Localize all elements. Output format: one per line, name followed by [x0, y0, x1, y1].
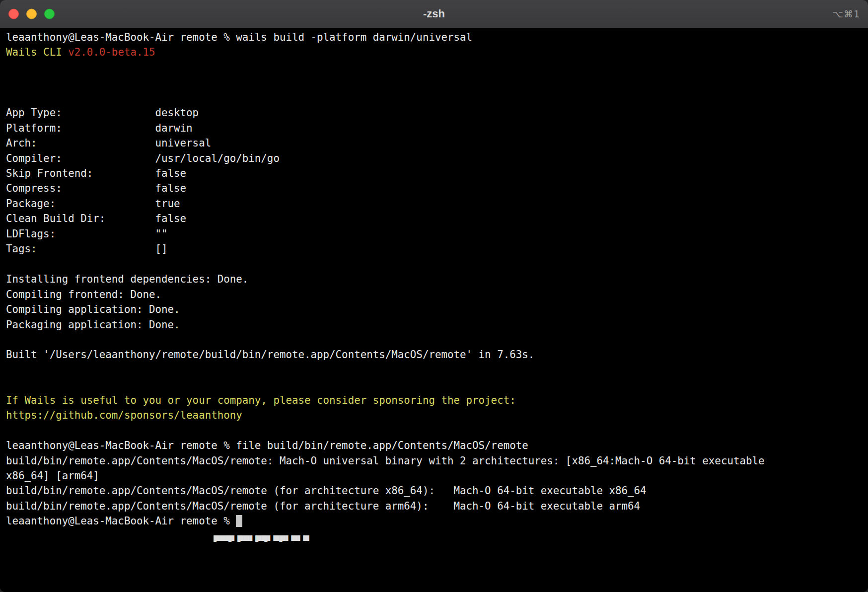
terminal-text-segment: If Wails is useful to you or your compan… — [6, 394, 516, 406]
terminal-line — [6, 377, 868, 392]
terminal-text-segment: leaanthony@Leas-MacBook-Air remote % wai… — [6, 31, 472, 43]
clipped-text-artifact: ▛▀▜▘▛▀▘▛▜▘▀▛▘▀▘▀ — [214, 535, 328, 542]
terminal-line — [6, 423, 868, 438]
terminal-text-segment: Skip Frontend: false — [6, 167, 186, 179]
terminal-text-segment: build/bin/remote.app/Contents/MacOS/remo… — [6, 485, 647, 497]
terminal-text-segment: Wails CLI — [6, 46, 68, 58]
terminal-text-segment: Package: true — [6, 198, 180, 210]
terminal-line: leaanthony@Leas-MacBook-Air remote % — [6, 514, 868, 528]
terminal-line — [6, 90, 868, 105]
terminal-line: App Type: desktop — [6, 105, 868, 120]
terminal-text-segment: Built '/Users/leaanthony/remote/build/bi… — [6, 349, 534, 361]
terminal-line — [6, 332, 868, 347]
terminal-cursor — [236, 515, 242, 527]
traffic-lights — [8, 9, 55, 19]
close-button[interactable] — [8, 9, 19, 19]
terminal-line: Arch: universal — [6, 136, 868, 150]
terminal-line: Wails CLI v2.0.0-beta.15 — [6, 45, 868, 60]
terminal-line: Installing frontend dependencies: Done. — [6, 272, 868, 287]
terminal-text-segment: v2.0.0-beta.15 — [68, 46, 155, 58]
terminal-line: LDFlags: "" — [6, 226, 868, 241]
minimize-button[interactable] — [26, 9, 37, 19]
terminal-text-segment: Clean Build Dir: false — [6, 213, 186, 224]
terminal-text-segment: x86_64] [arm64] — [6, 470, 99, 482]
terminal-line: Platform: darwin — [6, 121, 868, 136]
terminal-line — [6, 60, 868, 75]
terminal-line: leaanthony@Leas-MacBook-Air remote % fil… — [6, 438, 868, 453]
terminal-line: Compiler: /usr/local/go/bin/go — [6, 151, 868, 166]
terminal-line — [6, 257, 868, 272]
terminal-line: x86_64] [arm64] — [6, 468, 868, 483]
terminal-window: -zsh ⌥⌘1 leaanthony@Leas-MacBook-Air rem… — [0, 0, 868, 592]
terminal-line: Skip Frontend: false — [6, 166, 868, 181]
window-title: -zsh — [0, 7, 868, 20]
titlebar[interactable]: -zsh ⌥⌘1 — [0, 0, 868, 28]
terminal-line: build/bin/remote.app/Contents/MacOS/remo… — [6, 499, 868, 514]
terminal-output[interactable]: leaanthony@Leas-MacBook-Air remote % wai… — [0, 28, 868, 592]
terminal-text-segment: Packaging application: Done. — [6, 319, 180, 331]
window-shortcut-badge: ⌥⌘1 — [832, 8, 860, 19]
terminal-text-segment: Compiler: /usr/local/go/bin/go — [6, 152, 280, 164]
terminal-line: Compiling application: Done. — [6, 302, 868, 317]
terminal-text-segment: App Type: desktop — [6, 107, 199, 119]
terminal-text-segment: Compress: false — [6, 182, 186, 194]
terminal-text-segment: Arch: universal — [6, 137, 211, 149]
terminal-line: Packaging application: Done. — [6, 317, 868, 332]
zoom-button[interactable] — [44, 9, 55, 19]
terminal-line: Compiling frontend: Done. — [6, 287, 868, 302]
terminal-text-segment: Installing frontend dependencies: Done. — [6, 273, 248, 285]
terminal-line: Tags: [] — [6, 241, 868, 256]
terminal-text-segment: leaanthony@Leas-MacBook-Air remote % fil… — [6, 440, 528, 451]
terminal-line — [6, 75, 868, 90]
terminal-line: leaanthony@Leas-MacBook-Air remote % wai… — [6, 30, 868, 45]
terminal-text-segment: leaanthony@Leas-MacBook-Air remote % — [6, 515, 236, 527]
terminal-text-segment: LDFlags: "" — [6, 228, 168, 240]
terminal-text-segment: Platform: darwin — [6, 122, 193, 134]
terminal-text-segment: Tags: [] — [6, 243, 168, 255]
terminal-text-segment: Compiling application: Done. — [6, 303, 180, 315]
terminal-text-segment: build/bin/remote.app/Contents/MacOS/remo… — [6, 455, 765, 467]
terminal-text-segment: Compiling frontend: Done. — [6, 289, 161, 300]
terminal-line: Clean Build Dir: false — [6, 211, 868, 226]
terminal-text-segment: https://github.com/sponsors/leaanthony — [6, 409, 242, 421]
terminal-text-segment: build/bin/remote.app/Contents/MacOS/remo… — [6, 500, 640, 512]
terminal-line: build/bin/remote.app/Contents/MacOS/remo… — [6, 483, 868, 498]
terminal-line: Compress: false — [6, 181, 868, 196]
terminal-line: Built '/Users/leaanthony/remote/build/bi… — [6, 347, 868, 362]
terminal-line: https://github.com/sponsors/leaanthony — [6, 408, 868, 423]
terminal-line — [6, 363, 868, 377]
terminal-line: Package: true — [6, 196, 868, 211]
terminal-line: build/bin/remote.app/Contents/MacOS/remo… — [6, 453, 868, 468]
terminal-line: If Wails is useful to you or your compan… — [6, 393, 868, 408]
